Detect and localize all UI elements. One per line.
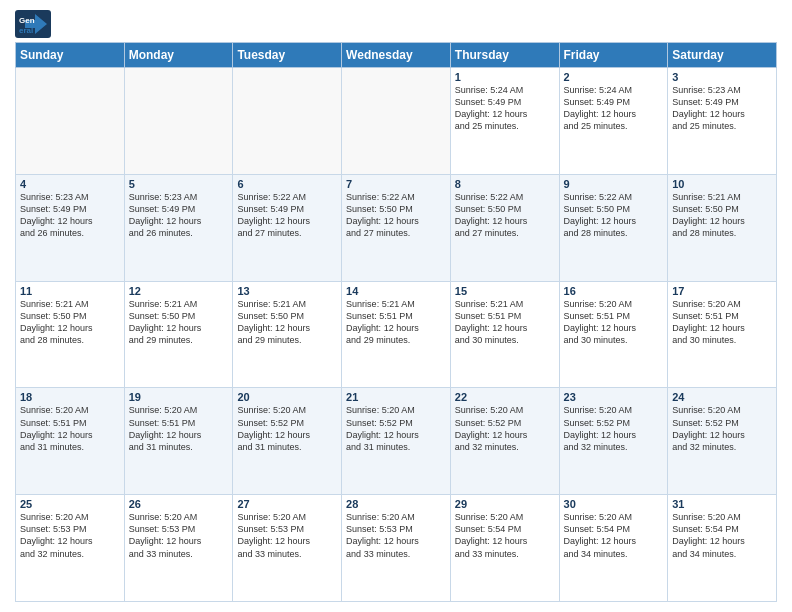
day-number: 13 bbox=[237, 285, 337, 297]
calendar-cell: 20Sunrise: 5:20 AM Sunset: 5:52 PM Dayli… bbox=[233, 388, 342, 495]
header: Gen eral bbox=[15, 10, 777, 38]
day-info: Sunrise: 5:22 AM Sunset: 5:50 PM Dayligh… bbox=[346, 191, 446, 240]
day-number: 30 bbox=[564, 498, 664, 510]
day-number: 21 bbox=[346, 391, 446, 403]
calendar-cell: 10Sunrise: 5:21 AM Sunset: 5:50 PM Dayli… bbox=[668, 174, 777, 281]
svg-text:Gen: Gen bbox=[19, 16, 35, 25]
day-info: Sunrise: 5:21 AM Sunset: 5:50 PM Dayligh… bbox=[672, 191, 772, 240]
day-number: 9 bbox=[564, 178, 664, 190]
day-info: Sunrise: 5:23 AM Sunset: 5:49 PM Dayligh… bbox=[672, 84, 772, 133]
calendar-cell: 1Sunrise: 5:24 AM Sunset: 5:49 PM Daylig… bbox=[450, 68, 559, 175]
day-info: Sunrise: 5:22 AM Sunset: 5:49 PM Dayligh… bbox=[237, 191, 337, 240]
calendar-cell: 24Sunrise: 5:20 AM Sunset: 5:52 PM Dayli… bbox=[668, 388, 777, 495]
day-number: 25 bbox=[20, 498, 120, 510]
calendar-cell: 27Sunrise: 5:20 AM Sunset: 5:53 PM Dayli… bbox=[233, 495, 342, 602]
calendar-cell: 21Sunrise: 5:20 AM Sunset: 5:52 PM Dayli… bbox=[342, 388, 451, 495]
calendar-cell: 17Sunrise: 5:20 AM Sunset: 5:51 PM Dayli… bbox=[668, 281, 777, 388]
day-number: 29 bbox=[455, 498, 555, 510]
calendar-week-3: 11Sunrise: 5:21 AM Sunset: 5:50 PM Dayli… bbox=[16, 281, 777, 388]
day-number: 5 bbox=[129, 178, 229, 190]
day-number: 16 bbox=[564, 285, 664, 297]
calendar-cell: 3Sunrise: 5:23 AM Sunset: 5:49 PM Daylig… bbox=[668, 68, 777, 175]
day-info: Sunrise: 5:20 AM Sunset: 5:51 PM Dayligh… bbox=[129, 404, 229, 453]
day-number: 31 bbox=[672, 498, 772, 510]
day-number: 24 bbox=[672, 391, 772, 403]
day-info: Sunrise: 5:20 AM Sunset: 5:53 PM Dayligh… bbox=[237, 511, 337, 560]
calendar-cell: 26Sunrise: 5:20 AM Sunset: 5:53 PM Dayli… bbox=[124, 495, 233, 602]
day-number: 4 bbox=[20, 178, 120, 190]
calendar-cell: 23Sunrise: 5:20 AM Sunset: 5:52 PM Dayli… bbox=[559, 388, 668, 495]
weekday-header-thursday: Thursday bbox=[450, 43, 559, 68]
day-number: 1 bbox=[455, 71, 555, 83]
calendar-cell bbox=[16, 68, 125, 175]
day-info: Sunrise: 5:23 AM Sunset: 5:49 PM Dayligh… bbox=[20, 191, 120, 240]
calendar-week-1: 1Sunrise: 5:24 AM Sunset: 5:49 PM Daylig… bbox=[16, 68, 777, 175]
calendar-cell: 6Sunrise: 5:22 AM Sunset: 5:49 PM Daylig… bbox=[233, 174, 342, 281]
calendar-cell: 25Sunrise: 5:20 AM Sunset: 5:53 PM Dayli… bbox=[16, 495, 125, 602]
day-info: Sunrise: 5:20 AM Sunset: 5:52 PM Dayligh… bbox=[672, 404, 772, 453]
day-info: Sunrise: 5:20 AM Sunset: 5:52 PM Dayligh… bbox=[346, 404, 446, 453]
day-number: 6 bbox=[237, 178, 337, 190]
calendar-cell: 2Sunrise: 5:24 AM Sunset: 5:49 PM Daylig… bbox=[559, 68, 668, 175]
svg-text:eral: eral bbox=[19, 26, 33, 35]
calendar-cell: 18Sunrise: 5:20 AM Sunset: 5:51 PM Dayli… bbox=[16, 388, 125, 495]
day-number: 18 bbox=[20, 391, 120, 403]
calendar-week-4: 18Sunrise: 5:20 AM Sunset: 5:51 PM Dayli… bbox=[16, 388, 777, 495]
day-info: Sunrise: 5:20 AM Sunset: 5:51 PM Dayligh… bbox=[672, 298, 772, 347]
weekday-header-tuesday: Tuesday bbox=[233, 43, 342, 68]
day-number: 19 bbox=[129, 391, 229, 403]
day-number: 11 bbox=[20, 285, 120, 297]
weekday-header-sunday: Sunday bbox=[16, 43, 125, 68]
day-info: Sunrise: 5:20 AM Sunset: 5:53 PM Dayligh… bbox=[20, 511, 120, 560]
day-info: Sunrise: 5:21 AM Sunset: 5:51 PM Dayligh… bbox=[455, 298, 555, 347]
day-number: 10 bbox=[672, 178, 772, 190]
weekday-header-wednesday: Wednesday bbox=[342, 43, 451, 68]
calendar-cell: 16Sunrise: 5:20 AM Sunset: 5:51 PM Dayli… bbox=[559, 281, 668, 388]
day-info: Sunrise: 5:23 AM Sunset: 5:49 PM Dayligh… bbox=[129, 191, 229, 240]
page: Gen eral SundayMondayTuesdayWednesdayThu… bbox=[0, 0, 792, 612]
day-info: Sunrise: 5:24 AM Sunset: 5:49 PM Dayligh… bbox=[564, 84, 664, 133]
day-number: 20 bbox=[237, 391, 337, 403]
logo: Gen eral bbox=[15, 10, 55, 38]
calendar-cell: 29Sunrise: 5:20 AM Sunset: 5:54 PM Dayli… bbox=[450, 495, 559, 602]
day-info: Sunrise: 5:20 AM Sunset: 5:52 PM Dayligh… bbox=[237, 404, 337, 453]
day-number: 28 bbox=[346, 498, 446, 510]
day-info: Sunrise: 5:20 AM Sunset: 5:53 PM Dayligh… bbox=[129, 511, 229, 560]
calendar-week-2: 4Sunrise: 5:23 AM Sunset: 5:49 PM Daylig… bbox=[16, 174, 777, 281]
calendar-cell: 28Sunrise: 5:20 AM Sunset: 5:53 PM Dayli… bbox=[342, 495, 451, 602]
calendar-cell: 5Sunrise: 5:23 AM Sunset: 5:49 PM Daylig… bbox=[124, 174, 233, 281]
day-number: 7 bbox=[346, 178, 446, 190]
calendar-cell: 15Sunrise: 5:21 AM Sunset: 5:51 PM Dayli… bbox=[450, 281, 559, 388]
calendar-cell bbox=[342, 68, 451, 175]
calendar-cell bbox=[124, 68, 233, 175]
day-info: Sunrise: 5:22 AM Sunset: 5:50 PM Dayligh… bbox=[455, 191, 555, 240]
calendar-cell: 9Sunrise: 5:22 AM Sunset: 5:50 PM Daylig… bbox=[559, 174, 668, 281]
day-info: Sunrise: 5:20 AM Sunset: 5:52 PM Dayligh… bbox=[455, 404, 555, 453]
day-info: Sunrise: 5:20 AM Sunset: 5:54 PM Dayligh… bbox=[455, 511, 555, 560]
day-info: Sunrise: 5:21 AM Sunset: 5:50 PM Dayligh… bbox=[129, 298, 229, 347]
day-number: 12 bbox=[129, 285, 229, 297]
day-info: Sunrise: 5:20 AM Sunset: 5:51 PM Dayligh… bbox=[20, 404, 120, 453]
calendar-cell: 31Sunrise: 5:20 AM Sunset: 5:54 PM Dayli… bbox=[668, 495, 777, 602]
day-info: Sunrise: 5:20 AM Sunset: 5:53 PM Dayligh… bbox=[346, 511, 446, 560]
calendar-cell: 12Sunrise: 5:21 AM Sunset: 5:50 PM Dayli… bbox=[124, 281, 233, 388]
calendar-cell: 11Sunrise: 5:21 AM Sunset: 5:50 PM Dayli… bbox=[16, 281, 125, 388]
day-info: Sunrise: 5:20 AM Sunset: 5:52 PM Dayligh… bbox=[564, 404, 664, 453]
calendar-cell: 8Sunrise: 5:22 AM Sunset: 5:50 PM Daylig… bbox=[450, 174, 559, 281]
day-number: 26 bbox=[129, 498, 229, 510]
day-number: 3 bbox=[672, 71, 772, 83]
calendar-header-row: SundayMondayTuesdayWednesdayThursdayFrid… bbox=[16, 43, 777, 68]
logo-icon: Gen eral bbox=[15, 10, 51, 38]
calendar-cell: 7Sunrise: 5:22 AM Sunset: 5:50 PM Daylig… bbox=[342, 174, 451, 281]
day-number: 15 bbox=[455, 285, 555, 297]
day-info: Sunrise: 5:20 AM Sunset: 5:54 PM Dayligh… bbox=[564, 511, 664, 560]
day-info: Sunrise: 5:21 AM Sunset: 5:51 PM Dayligh… bbox=[346, 298, 446, 347]
day-number: 8 bbox=[455, 178, 555, 190]
calendar-table: SundayMondayTuesdayWednesdayThursdayFrid… bbox=[15, 42, 777, 602]
day-number: 14 bbox=[346, 285, 446, 297]
weekday-header-friday: Friday bbox=[559, 43, 668, 68]
calendar-cell: 13Sunrise: 5:21 AM Sunset: 5:50 PM Dayli… bbox=[233, 281, 342, 388]
calendar-week-5: 25Sunrise: 5:20 AM Sunset: 5:53 PM Dayli… bbox=[16, 495, 777, 602]
day-info: Sunrise: 5:20 AM Sunset: 5:51 PM Dayligh… bbox=[564, 298, 664, 347]
weekday-header-saturday: Saturday bbox=[668, 43, 777, 68]
